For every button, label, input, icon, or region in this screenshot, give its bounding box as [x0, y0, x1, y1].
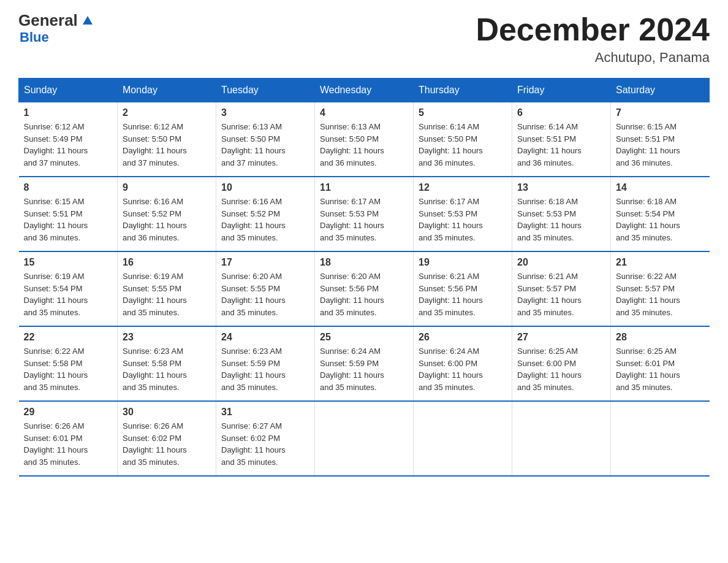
day-info: Sunrise: 6:16 AMSunset: 5:52 PMDaylight:…	[221, 197, 286, 242]
day-info: Sunrise: 6:25 AMSunset: 6:01 PMDaylight:…	[616, 347, 680, 392]
svg-marker-0	[83, 16, 93, 25]
day-number: 9	[123, 182, 211, 193]
table-row: 23 Sunrise: 6:23 AMSunset: 5:58 PMDaylig…	[118, 326, 216, 401]
table-row	[512, 401, 611, 476]
table-row: 16 Sunrise: 6:19 AMSunset: 5:55 PMDaylig…	[118, 251, 216, 326]
table-row: 18 Sunrise: 6:20 AMSunset: 5:56 PMDaylig…	[315, 251, 414, 326]
table-row: 13 Sunrise: 6:18 AMSunset: 5:53 PMDaylig…	[512, 177, 611, 251]
header-tuesday: Tuesday	[216, 79, 315, 102]
day-number: 25	[320, 332, 408, 343]
table-row: 31 Sunrise: 6:27 AMSunset: 6:02 PMDaylig…	[216, 401, 315, 476]
table-row: 4 Sunrise: 6:13 AMSunset: 5:50 PMDayligh…	[315, 102, 414, 177]
day-info: Sunrise: 6:23 AMSunset: 5:58 PMDaylight:…	[123, 347, 187, 392]
table-row: 22 Sunrise: 6:22 AMSunset: 5:58 PMDaylig…	[19, 326, 118, 401]
day-number: 2	[123, 107, 211, 118]
table-row: 24 Sunrise: 6:23 AMSunset: 5:59 PMDaylig…	[216, 326, 315, 401]
day-info: Sunrise: 6:16 AMSunset: 5:52 PMDaylight:…	[123, 197, 187, 242]
header-saturday: Saturday	[611, 79, 710, 102]
day-info: Sunrise: 6:22 AMSunset: 5:58 PMDaylight:…	[24, 347, 88, 392]
day-number: 17	[221, 257, 309, 268]
day-number: 13	[517, 182, 605, 193]
day-info: Sunrise: 6:12 AMSunset: 5:49 PMDaylight:…	[24, 122, 88, 167]
table-row: 10 Sunrise: 6:16 AMSunset: 5:52 PMDaylig…	[216, 177, 315, 251]
table-row: 6 Sunrise: 6:14 AMSunset: 5:51 PMDayligh…	[512, 102, 611, 177]
day-info: Sunrise: 6:20 AMSunset: 5:55 PMDaylight:…	[221, 272, 286, 317]
day-info: Sunrise: 6:18 AMSunset: 5:53 PMDaylight:…	[517, 197, 582, 242]
table-row: 27 Sunrise: 6:25 AMSunset: 6:00 PMDaylig…	[512, 326, 611, 401]
day-info: Sunrise: 6:17 AMSunset: 5:53 PMDaylight:…	[419, 197, 483, 242]
day-info: Sunrise: 6:25 AMSunset: 6:00 PMDaylight:…	[517, 347, 582, 392]
table-row: 29 Sunrise: 6:26 AMSunset: 6:01 PMDaylig…	[19, 401, 118, 476]
table-row: 14 Sunrise: 6:18 AMSunset: 5:54 PMDaylig…	[611, 177, 710, 251]
day-info: Sunrise: 6:14 AMSunset: 5:51 PMDaylight:…	[517, 122, 582, 167]
day-info: Sunrise: 6:15 AMSunset: 5:51 PMDaylight:…	[616, 122, 680, 167]
title-block: December 2024 Achutupo, Panama	[476, 12, 710, 66]
day-number: 11	[320, 182, 408, 193]
day-info: Sunrise: 6:21 AMSunset: 5:57 PMDaylight:…	[517, 272, 582, 317]
day-info: Sunrise: 6:20 AMSunset: 5:56 PMDaylight:…	[320, 272, 384, 317]
day-number: 23	[123, 332, 211, 343]
day-info: Sunrise: 6:26 AMSunset: 6:02 PMDaylight:…	[123, 421, 187, 467]
logo-general: General	[18, 12, 78, 28]
day-number: 6	[517, 107, 605, 118]
day-info: Sunrise: 6:14 AMSunset: 5:50 PMDaylight:…	[419, 122, 483, 167]
logo: General Blue	[18, 12, 96, 45]
table-row: 21 Sunrise: 6:22 AMSunset: 5:57 PMDaylig…	[611, 251, 710, 326]
table-row: 9 Sunrise: 6:16 AMSunset: 5:52 PMDayligh…	[118, 177, 216, 251]
day-info: Sunrise: 6:15 AMSunset: 5:51 PMDaylight:…	[24, 197, 88, 242]
day-info: Sunrise: 6:13 AMSunset: 5:50 PMDaylight:…	[320, 122, 384, 167]
day-number: 14	[616, 182, 705, 193]
day-number: 4	[320, 107, 408, 118]
table-row: 20 Sunrise: 6:21 AMSunset: 5:57 PMDaylig…	[512, 251, 611, 326]
calendar-week-row: 29 Sunrise: 6:26 AMSunset: 6:01 PMDaylig…	[19, 401, 710, 476]
day-number: 12	[419, 182, 507, 193]
table-row: 30 Sunrise: 6:26 AMSunset: 6:02 PMDaylig…	[118, 401, 216, 476]
day-number: 8	[24, 182, 113, 193]
day-number: 19	[419, 257, 507, 268]
day-info: Sunrise: 6:19 AMSunset: 5:55 PMDaylight:…	[123, 272, 187, 317]
day-info: Sunrise: 6:24 AMSunset: 6:00 PMDaylight:…	[419, 347, 483, 392]
header-wednesday: Wednesday	[315, 79, 414, 102]
table-row: 17 Sunrise: 6:20 AMSunset: 5:55 PMDaylig…	[216, 251, 315, 326]
calendar-week-row: 15 Sunrise: 6:19 AMSunset: 5:54 PMDaylig…	[19, 251, 710, 326]
calendar-table: Sunday Monday Tuesday Wednesday Thursday…	[18, 78, 710, 477]
day-info: Sunrise: 6:12 AMSunset: 5:50 PMDaylight:…	[123, 122, 187, 167]
table-row: 3 Sunrise: 6:13 AMSunset: 5:50 PMDayligh…	[216, 102, 315, 177]
day-number: 31	[221, 407, 309, 418]
day-number: 30	[123, 407, 211, 418]
header-friday: Friday	[512, 79, 611, 102]
day-info: Sunrise: 6:13 AMSunset: 5:50 PMDaylight:…	[221, 122, 286, 167]
day-number: 27	[517, 332, 605, 343]
day-number: 1	[24, 107, 113, 118]
day-info: Sunrise: 6:19 AMSunset: 5:54 PMDaylight:…	[24, 272, 88, 317]
table-row: 28 Sunrise: 6:25 AMSunset: 6:01 PMDaylig…	[611, 326, 710, 401]
month-year-title: December 2024	[476, 12, 710, 47]
day-number: 15	[24, 257, 113, 268]
table-row: 15 Sunrise: 6:19 AMSunset: 5:54 PMDaylig…	[19, 251, 118, 326]
day-info: Sunrise: 6:22 AMSunset: 5:57 PMDaylight:…	[616, 272, 680, 317]
table-row: 2 Sunrise: 6:12 AMSunset: 5:50 PMDayligh…	[118, 102, 216, 177]
day-number: 5	[419, 107, 507, 118]
day-info: Sunrise: 6:24 AMSunset: 5:59 PMDaylight:…	[320, 347, 384, 392]
page-header: General Blue December 2024 Achutupo, Pan…	[18, 12, 710, 66]
day-number: 24	[221, 332, 309, 343]
table-row	[611, 401, 710, 476]
calendar-week-row: 8 Sunrise: 6:15 AMSunset: 5:51 PMDayligh…	[19, 177, 710, 251]
day-info: Sunrise: 6:23 AMSunset: 5:59 PMDaylight:…	[221, 347, 286, 392]
location-subtitle: Achutupo, Panama	[476, 50, 710, 66]
calendar-week-row: 22 Sunrise: 6:22 AMSunset: 5:58 PMDaylig…	[19, 326, 710, 401]
table-row: 1 Sunrise: 6:12 AMSunset: 5:49 PMDayligh…	[19, 102, 118, 177]
table-row	[315, 401, 414, 476]
table-row	[414, 401, 512, 476]
header-thursday: Thursday	[414, 79, 512, 102]
table-row: 25 Sunrise: 6:24 AMSunset: 5:59 PMDaylig…	[315, 326, 414, 401]
logo-triangle-icon	[79, 11, 96, 28]
day-number: 20	[517, 257, 605, 268]
logo-blue: Blue	[20, 29, 49, 45]
weekday-header-row: Sunday Monday Tuesday Wednesday Thursday…	[19, 79, 710, 102]
day-number: 16	[123, 257, 211, 268]
day-info: Sunrise: 6:27 AMSunset: 6:02 PMDaylight:…	[221, 421, 286, 467]
calendar-week-row: 1 Sunrise: 6:12 AMSunset: 5:49 PMDayligh…	[19, 102, 710, 177]
day-number: 3	[221, 107, 309, 118]
table-row: 12 Sunrise: 6:17 AMSunset: 5:53 PMDaylig…	[414, 177, 512, 251]
